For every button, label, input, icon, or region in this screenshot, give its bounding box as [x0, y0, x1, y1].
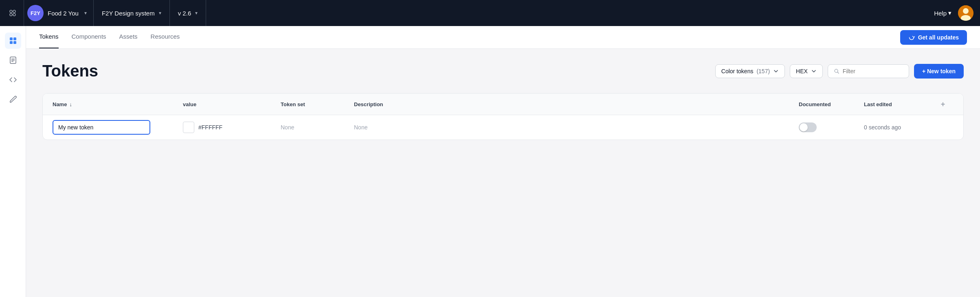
tab-components[interactable]: Components	[72, 26, 106, 48]
sort-icon: ↓	[69, 101, 72, 107]
sidebar-item-edit[interactable]	[5, 91, 21, 107]
page-title: Tokens	[42, 62, 98, 80]
svg-point-0	[10, 10, 12, 13]
design-system-name: F2Y Design system	[102, 10, 155, 17]
token-table: Name ↓ value Token set Description Docum…	[42, 93, 964, 140]
brand-name: Food 2 You	[48, 10, 79, 17]
description-value: None	[354, 124, 367, 131]
tab-assets[interactable]: Assets	[119, 26, 138, 48]
svg-point-1	[13, 10, 15, 13]
page-content: Tokens Color tokens (157) HEX	[26, 49, 980, 297]
last-edited-cell: 0 seconds ago	[864, 124, 937, 131]
col-documented: Documented	[799, 98, 864, 110]
design-system-section[interactable]: F2Y Design system ▾	[94, 0, 170, 26]
col-value: value	[183, 98, 281, 110]
token-count: (157)	[756, 68, 770, 74]
table-header: Name ↓ value Token set Description Docum…	[43, 94, 963, 115]
version-label: v 2.6	[178, 10, 191, 17]
sidebar-item-code[interactable]	[5, 72, 21, 88]
secondary-nav: Tokens Components Assets Resources Get a…	[26, 26, 980, 49]
svg-point-5	[963, 8, 969, 14]
topbar: F2Y Food 2 You ▾ F2Y Design system ▾ v 2…	[0, 0, 980, 26]
help-label: Help	[934, 10, 947, 17]
svg-point-3	[13, 13, 15, 16]
svg-point-2	[10, 13, 12, 16]
filter-input[interactable]	[843, 68, 903, 74]
user-avatar[interactable]	[958, 5, 973, 21]
svg-rect-9	[10, 41, 13, 44]
help-chevron: ▾	[948, 9, 951, 17]
col-name[interactable]: Name ↓	[53, 98, 183, 110]
col-token-set: Token set	[281, 98, 354, 110]
token-value-cell: #FFFFFF	[183, 122, 281, 133]
add-column-button[interactable]: +	[937, 98, 949, 110]
token-name-input[interactable]	[53, 120, 150, 135]
token-set-cell: None	[281, 124, 354, 131]
tab-tokens[interactable]: Tokens	[39, 26, 59, 48]
token-type-chevron	[773, 68, 779, 74]
help-menu[interactable]: Help ▾	[934, 9, 951, 17]
new-token-button[interactable]: + New token	[914, 64, 964, 79]
format-chevron	[811, 68, 817, 74]
content-area: Tokens Components Assets Resources Get a…	[26, 26, 980, 297]
sidebar-item-components[interactable]	[5, 33, 21, 49]
svg-rect-10	[13, 41, 16, 44]
token-name-cell	[53, 120, 183, 135]
page-controls: Color tokens (157) HEX	[715, 64, 964, 79]
description-cell: None	[354, 124, 799, 131]
svg-line-16	[837, 72, 839, 73]
svg-rect-7	[10, 37, 13, 40]
token-value: #FFFFFF	[198, 124, 222, 131]
documented-toggle[interactable]	[799, 122, 817, 132]
token-type-dropdown[interactable]: Color tokens (157)	[715, 64, 785, 78]
col-description: Description	[354, 98, 799, 110]
token-set-value: None	[281, 124, 294, 131]
color-swatch[interactable]	[183, 122, 194, 133]
last-edited-value: 0 seconds ago	[864, 124, 901, 131]
design-system-chevron: ▾	[159, 10, 161, 16]
main-layout: Tokens Components Assets Resources Get a…	[0, 26, 980, 297]
format-dropdown[interactable]: HEX	[790, 64, 823, 78]
filter-input-wrap	[828, 64, 909, 78]
token-type-label: Color tokens	[721, 68, 754, 74]
plugin-icon[interactable]	[7, 0, 24, 26]
tab-resources[interactable]: Resources	[151, 26, 180, 48]
page-header: Tokens Color tokens (157) HEX	[42, 62, 964, 80]
documented-cell	[799, 122, 864, 132]
col-last-edited: Last edited	[864, 98, 937, 110]
topbar-right: Help ▾	[934, 5, 973, 21]
search-icon	[834, 68, 839, 74]
get-updates-button[interactable]: Get all updates	[900, 30, 967, 45]
version-section[interactable]: v 2.6 ▾	[170, 0, 207, 26]
brand-logo: F2Y	[27, 5, 44, 21]
brand-area[interactable]: F2Y Food 2 You ▾	[24, 0, 94, 26]
col-add[interactable]: +	[937, 98, 954, 110]
format-label: HEX	[796, 68, 808, 74]
svg-rect-8	[13, 37, 16, 40]
table-row: #FFFFFF None None 0 seconds ago	[43, 115, 963, 140]
sidebar-item-docs[interactable]	[5, 52, 21, 68]
sidebar	[0, 26, 26, 297]
brand-chevron: ▾	[84, 10, 87, 16]
version-chevron: ▾	[195, 10, 198, 16]
